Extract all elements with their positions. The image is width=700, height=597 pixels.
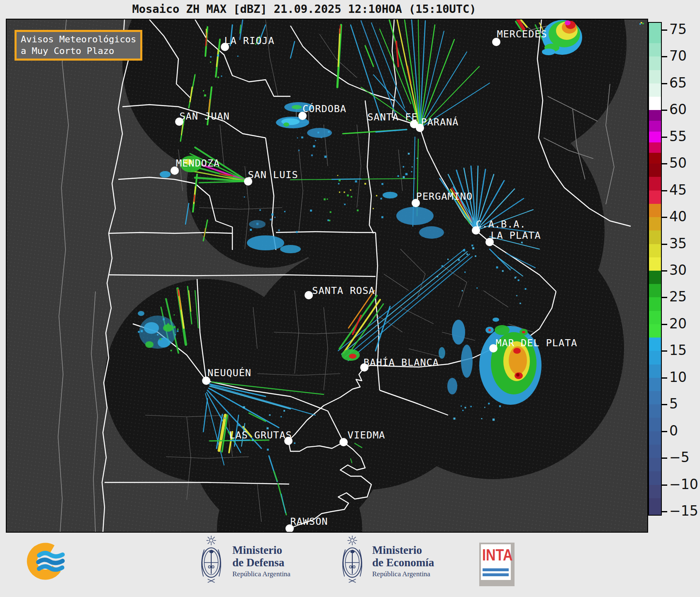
colorbar-band (649, 132, 661, 142)
smn-logo-icon (26, 538, 69, 585)
colorbar-band (649, 230, 661, 244)
radar-echo-ray (178, 289, 179, 296)
radar-echo-speck (237, 56, 239, 57)
colorbar-tick (662, 137, 667, 138)
economia-line3: República Argentina (372, 569, 434, 580)
radar-echo-speck (364, 183, 366, 185)
radar-echo-cell (383, 192, 398, 198)
colorbar-band (649, 217, 661, 230)
page-title: Mosaico ZH MAX [dBZ] 21.09.2025 12:10HOA… (132, 2, 476, 15)
economia-line2: de Economía (372, 556, 434, 569)
colorbar-band (649, 191, 661, 204)
radar-echo-speck (493, 418, 495, 421)
radar-echo-cell (247, 235, 284, 250)
radar-echo-speck (157, 334, 159, 335)
radar-echo-speck (496, 267, 498, 269)
radar-echo-speck (315, 140, 316, 141)
radar-echo-speck (381, 183, 383, 185)
radar-echo-speck (297, 137, 298, 139)
alert-box-line1: Avisos Meteorológicos (21, 34, 136, 45)
radar-echo-speck (163, 318, 165, 321)
radar-echo-speck (175, 334, 176, 335)
radar-echo-speck (417, 158, 418, 159)
city-label: RAWSON (290, 516, 328, 527)
radar-echo-speck (269, 414, 271, 416)
radar-echo-speck (472, 247, 474, 249)
colorbar-band (649, 485, 661, 498)
inta-logo-box: INTA (481, 544, 511, 580)
radar-echo-speck (481, 418, 482, 419)
radar-echo-speck (484, 407, 485, 408)
radar-echo-speck (521, 242, 523, 243)
radar-echo-speck (259, 209, 261, 210)
radar-echo-speck (405, 173, 407, 175)
colorbar-tick (662, 270, 667, 272)
colorbar-band (649, 177, 661, 190)
colorbar-band (649, 297, 661, 311)
radar-echo-speck (159, 338, 161, 340)
radar-map: LA RIOJAMERCEDESSAN JUANCÓRDOBASANTA FEP… (6, 19, 648, 533)
colorbar-band (649, 153, 661, 164)
colorbar-band (649, 351, 661, 364)
radar-echo-speck (324, 156, 327, 158)
radar-echo-speck (244, 196, 245, 198)
colorbar-tick-label: 60 (669, 101, 687, 117)
colorbar-tick-label: 30 (669, 262, 687, 278)
inta-logo-text: INTA (482, 546, 513, 565)
colorbar-tick-label: −10 (669, 476, 698, 492)
radar-echo-speck (221, 76, 222, 77)
radar-echo-speck (173, 326, 176, 328)
defensa-line2: de Defensa (232, 556, 290, 569)
colorbar-band (649, 97, 661, 110)
radar-echo-speck (373, 208, 374, 209)
colorbar-band (649, 244, 661, 257)
radar-echo-speck (274, 217, 276, 218)
radar-echo-speck (511, 267, 512, 269)
radar-echo-speck (337, 175, 339, 176)
colorbar-band (649, 365, 661, 378)
dbz-colorbar (648, 22, 662, 516)
colorbar-band (649, 284, 661, 297)
radar-echo-speck (381, 216, 383, 218)
radar-echo-speck (296, 231, 298, 233)
radar-echo-speck (313, 145, 315, 147)
radar-echo-speck (641, 22, 642, 24)
radar-echo-speck (301, 137, 303, 139)
radar-echo-speck (167, 323, 169, 325)
colorbar-tick (662, 350, 667, 352)
colorbar-band (649, 445, 661, 458)
city-dot (305, 291, 313, 299)
city-label: SAN JUAN (179, 110, 229, 122)
radar-echo-speck (256, 223, 259, 225)
colorbar-band (649, 378, 661, 391)
radar-echo-cell (516, 373, 520, 377)
defensa-line1: Ministerio (232, 544, 290, 556)
radar-echo-speck (298, 150, 300, 151)
city-label: MAR DEL PLATA (496, 337, 578, 349)
radar-echo-cell (439, 347, 445, 359)
radar-echo-cell (447, 378, 457, 394)
radar-echo-cell (163, 324, 173, 332)
defensa-logo-text: Ministerio de Defensa República Argentin… (232, 544, 290, 580)
radar-mosaic-page: Mosaico ZH MAX [dBZ] 21.09.2025 12:10HOA… (0, 0, 700, 597)
radar-echo-cell (349, 354, 356, 359)
radar-echo-speck (376, 195, 377, 196)
colorbar-tick (662, 217, 667, 218)
radar-echo-ray (340, 26, 340, 33)
footer: Servicio Meteorológico Nacional Argentin… (0, 533, 700, 597)
radar-echo-speck (329, 211, 331, 213)
radar-echo-speck (454, 418, 456, 420)
radar-echo-speck (470, 406, 471, 407)
radar-echo-speck (243, 406, 245, 409)
radar-echo-cell (283, 122, 289, 127)
inta-logo: INTA (479, 543, 515, 586)
radar-echo-cell (307, 128, 332, 138)
colorbar-band (649, 142, 661, 153)
alert-box-line2: a Muy Corto Plazo (21, 45, 136, 57)
radar-echo-speck (324, 198, 326, 201)
colorbar-tick-label: 15 (669, 342, 687, 358)
radar-echo-speck (317, 132, 319, 133)
colorbar-tick (662, 163, 667, 164)
radar-echo-cell (160, 171, 171, 178)
colorbar-tick (662, 431, 667, 432)
